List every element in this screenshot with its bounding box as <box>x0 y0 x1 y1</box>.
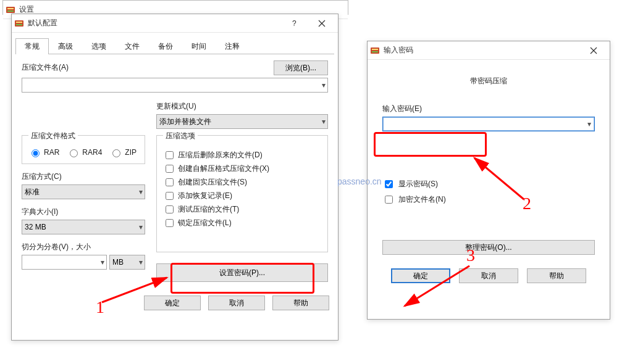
dialog1-footer: 确定 取消 帮助 <box>12 289 338 318</box>
format-group-label: 压缩文件格式 <box>28 131 78 141</box>
tab-files[interactable]: 文件 <box>116 38 149 54</box>
organize-passwords-button[interactable]: 整理密码(O)... <box>382 240 595 255</box>
format-zip[interactable]: ZIP <box>109 147 137 157</box>
update-mode-select[interactable]: 添加并替换文件 <box>156 114 328 129</box>
ok-button[interactable]: 确定 <box>144 296 201 310</box>
tab-general[interactable]: 常规 <box>15 38 49 54</box>
method-label: 压缩方式(C) <box>22 172 145 182</box>
options-group: 压缩选项 压缩后删除原来的文件(D) 创建自解压格式压缩文件(X) 创建固实压缩… <box>156 135 328 252</box>
tab-advanced[interactable]: 高级 <box>49 38 82 54</box>
opt-recovery[interactable]: 添加恢复记录(E) <box>163 190 321 202</box>
format-group: 压缩文件格式 RAR RAR4 ZIP <box>22 135 145 164</box>
winrar-icon <box>14 19 24 28</box>
method-value: 标准 <box>25 187 40 197</box>
split-size-input[interactable] <box>22 255 107 270</box>
svg-rect-11 <box>372 51 378 52</box>
show-password-check[interactable]: 显示密码(S) <box>382 178 595 190</box>
dialog2-titlebar[interactable]: 输入密码 <box>368 41 610 60</box>
winrar-icon <box>370 46 380 56</box>
ok-button[interactable]: 确定 <box>391 268 450 283</box>
opt-sfx[interactable]: 创建自解压格式压缩文件(X) <box>163 163 321 175</box>
split-label: 切分为分卷(V)，大小 <box>22 242 145 252</box>
help-icon: ? <box>291 20 298 27</box>
opt-delete-after[interactable]: 压缩后删除原来的文件(D) <box>163 149 321 161</box>
parent-window-fragment: 设置 <box>2 0 348 15</box>
split-unit-value: MB <box>112 258 124 267</box>
svg-rect-9 <box>371 48 379 54</box>
dialog2-title: 输入密码 <box>384 45 580 56</box>
split-unit-select[interactable]: MB <box>109 255 145 270</box>
set-password-button[interactable]: 设置密码(P)... <box>156 263 328 282</box>
help-button-footer[interactable]: 帮助 <box>272 296 329 310</box>
svg-rect-3 <box>15 20 23 27</box>
enter-password-dialog: 输入密码 带密码压缩 输入密码(E) ▾ 显示密码(S) 加密文件名(N) 整理… <box>367 41 610 320</box>
dialog1-title: 默认配置 <box>28 18 281 28</box>
cancel-button[interactable]: 取消 <box>459 268 518 283</box>
dialog2-footer: 确定 取消 帮助 <box>368 263 610 293</box>
close-icon <box>590 47 597 54</box>
svg-rect-1 <box>7 8 14 9</box>
dialog1-tabs: 常规 高级 选项 文件 备份 时间 注释 <box>15 38 334 54</box>
format-rar4[interactable]: RAR4 <box>67 147 102 157</box>
default-profile-dialog: 默认配置 ? 常规 高级 选项 文件 备份 时间 注释 压缩文件名(A) 浏览(… <box>11 14 339 341</box>
options-group-label: 压缩选项 <box>163 131 198 141</box>
method-select[interactable]: 标准 <box>22 184 145 199</box>
svg-rect-10 <box>372 49 378 50</box>
opt-lock[interactable]: 锁定压缩文件(L) <box>163 217 321 229</box>
tab-time[interactable]: 时间 <box>182 38 216 54</box>
svg-rect-2 <box>7 10 14 12</box>
update-mode-value: 添加并替换文件 <box>159 117 211 127</box>
dict-select[interactable]: 32 MB <box>22 220 145 234</box>
opt-solid[interactable]: 创建固实压缩文件(S) <box>163 176 321 188</box>
encrypt-names-check[interactable]: 加密文件名(N) <box>382 194 595 205</box>
help-button-footer[interactable]: 帮助 <box>527 268 586 283</box>
archive-name-label: 压缩文件名(A) <box>22 62 274 73</box>
password-heading: 带密码压缩 <box>382 76 595 86</box>
close-button[interactable] <box>580 42 607 59</box>
archive-name-input[interactable] <box>22 78 328 93</box>
opt-test[interactable]: 测试压缩的文件(T) <box>163 204 321 215</box>
close-button[interactable] <box>308 15 335 32</box>
format-rar[interactable]: RAR <box>28 147 59 157</box>
dialog1-titlebar[interactable]: 默认配置 ? <box>12 14 338 33</box>
svg-text:?: ? <box>292 20 296 27</box>
tab-options[interactable]: 选项 <box>82 38 116 54</box>
tab-backup[interactable]: 备份 <box>149 38 182 54</box>
dict-value: 32 MB <box>25 223 46 231</box>
password-label: 输入密码(E) <box>382 104 595 114</box>
svg-rect-0 <box>6 7 15 13</box>
help-button[interactable]: ? <box>281 15 308 32</box>
cancel-button[interactable]: 取消 <box>208 296 265 310</box>
svg-rect-4 <box>16 22 22 23</box>
tab-comment[interactable]: 注释 <box>216 38 249 54</box>
close-icon <box>318 20 326 27</box>
password-input[interactable] <box>382 117 595 131</box>
browse-button[interactable]: 浏览(B)... <box>274 60 328 75</box>
svg-rect-5 <box>16 24 22 25</box>
update-mode-label: 更新模式(U) <box>156 101 328 112</box>
dict-label: 字典大小(I) <box>22 207 145 217</box>
